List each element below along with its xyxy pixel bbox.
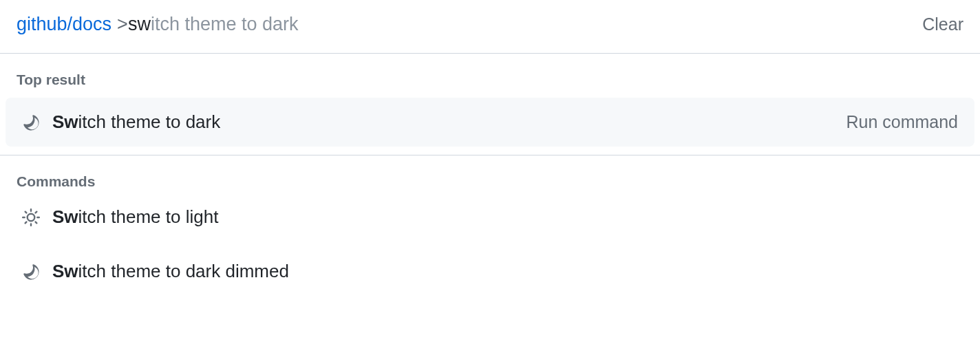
query-autocomplete-ghost: itch theme to dark bbox=[151, 14, 299, 34]
top-result-header: Top result bbox=[0, 54, 980, 98]
result-label: Switch theme to light bbox=[52, 206, 218, 228]
top-result-section: Top result Switch theme to dark Run comm… bbox=[0, 54, 980, 155]
result-content: Switch theme to light bbox=[22, 206, 218, 228]
moon-icon bbox=[22, 114, 40, 131]
sun-icon bbox=[22, 208, 40, 226]
commands-header: Commands bbox=[0, 155, 980, 200]
result-label: Switch theme to dark bbox=[52, 111, 220, 133]
command-item-light[interactable]: Switch theme to light bbox=[6, 200, 974, 235]
search-bar: github/docs >switch theme to dark Clear bbox=[0, 0, 980, 54]
repo-scope[interactable]: github/docs bbox=[17, 12, 111, 36]
result-content: Switch theme to dark bbox=[22, 111, 220, 133]
search-query: >switch theme to dark bbox=[117, 12, 298, 36]
result-content: Switch theme to dark dimmed bbox=[22, 261, 289, 282]
result-label: Switch theme to dark dimmed bbox=[52, 261, 289, 282]
command-prefix: > bbox=[117, 14, 128, 34]
search-input-area[interactable]: github/docs >switch theme to dark bbox=[17, 12, 299, 36]
query-typed: sw bbox=[128, 14, 151, 34]
command-item-dark-dimmed[interactable]: Switch theme to dark dimmed bbox=[6, 254, 974, 289]
clear-button[interactable]: Clear bbox=[922, 14, 963, 34]
moon-icon bbox=[22, 263, 40, 281]
top-result-item[interactable]: Switch theme to dark Run command bbox=[6, 98, 974, 147]
commands-section: Commands Switch theme to light Switch th… bbox=[0, 155, 980, 289]
action-hint: Run command bbox=[846, 112, 958, 132]
